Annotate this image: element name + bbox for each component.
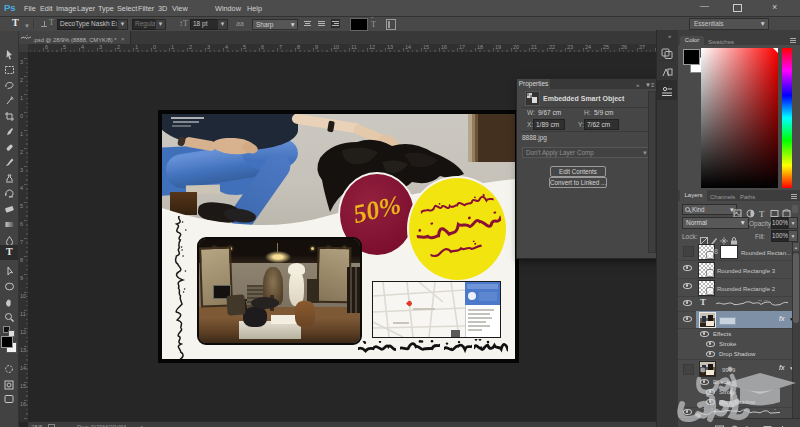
svg-text:T: T — [759, 209, 765, 218]
